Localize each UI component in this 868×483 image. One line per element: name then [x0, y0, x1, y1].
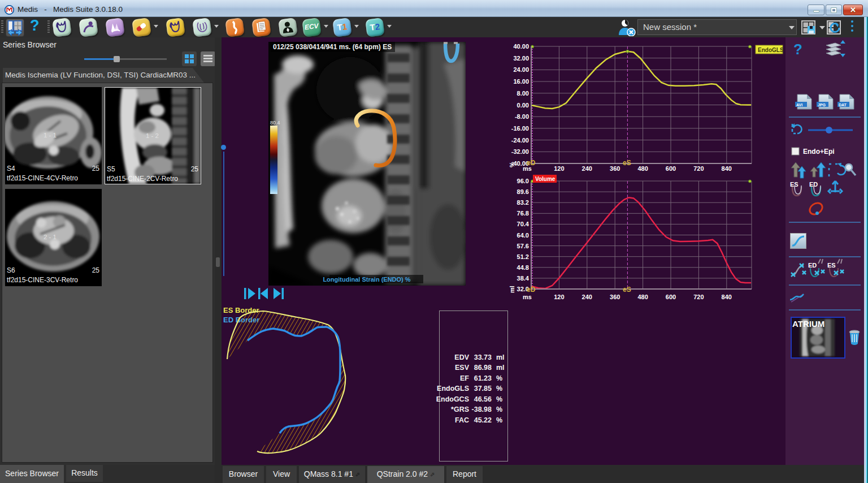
svg-text:eS: eS [623, 286, 631, 294]
svg-text:-32.00: -32.00 [511, 148, 529, 155]
svg-text:eD: eD [527, 159, 536, 167]
svg-text:38.4: 38.4 [517, 275, 530, 282]
svg-text:1 - 2: 1 - 2 [146, 132, 159, 139]
svg-text:AVI: AVI [796, 103, 802, 107]
svg-text:840: 840 [722, 294, 732, 300]
svg-text:80.4: 80.4 [270, 120, 280, 126]
svg-text:40.00: 40.00 [513, 43, 529, 50]
svg-text:ms: ms [523, 294, 532, 300]
svg-text:64.0: 64.0 [517, 232, 529, 239]
svg-text:ATRIUM: ATRIUM [792, 319, 824, 329]
svg-text:%: % [509, 162, 515, 167]
svg-text:51.2: 51.2 [517, 253, 529, 260]
svg-text:360: 360 [610, 165, 620, 172]
svg-text:Longitudinal Strain (ENDO) %: Longitudinal Strain (ENDO) % [323, 276, 410, 283]
svg-text:600: 600 [666, 165, 676, 172]
svg-text:eS: eS [623, 159, 631, 167]
svg-text:ES: ES [827, 262, 836, 269]
svg-text:840: 840 [722, 165, 732, 172]
svg-text:44.8: 44.8 [517, 264, 529, 271]
svg-text:DAT: DAT [839, 103, 847, 107]
svg-text:-8.00: -8.00 [515, 113, 529, 120]
svg-text:24.00: 24.00 [513, 66, 529, 73]
svg-text:240: 240 [582, 165, 592, 172]
svg-text:EndoGLS: EndoGLS [758, 47, 784, 53]
svg-text:720: 720 [693, 165, 704, 172]
svg-text:480: 480 [637, 294, 648, 300]
svg-text:360: 360 [610, 294, 620, 300]
svg-text:70.4: 70.4 [517, 221, 530, 227]
svg-text:8.00: 8.00 [517, 90, 529, 97]
svg-text:?: ? [793, 41, 802, 58]
svg-text:JPG: JPG [818, 103, 826, 107]
svg-text:120: 120 [554, 294, 564, 300]
svg-text:16.00: 16.00 [513, 78, 529, 85]
svg-text:76.8: 76.8 [517, 210, 529, 217]
svg-text:-24.00: -24.00 [511, 137, 529, 144]
svg-text:96.0: 96.0 [517, 178, 529, 184]
svg-text:-16.00: -16.00 [511, 125, 529, 132]
svg-text:ml: ml [509, 286, 515, 293]
svg-text:83.2: 83.2 [517, 199, 529, 206]
svg-text:ED: ED [808, 262, 817, 269]
svg-text:32.00: 32.00 [513, 55, 529, 62]
svg-text:720: 720 [693, 294, 704, 300]
svg-text:480: 480 [637, 165, 648, 172]
svg-text:89.6: 89.6 [517, 188, 529, 195]
svg-text:eD: eD [527, 286, 536, 294]
svg-text:600: 600 [666, 294, 676, 300]
svg-text:2 - 1: 2 - 1 [44, 234, 57, 240]
svg-text:1 - 1: 1 - 1 [44, 132, 57, 139]
svg-text:Endo+Epi: Endo+Epi [803, 148, 835, 156]
svg-text:120: 120 [554, 165, 564, 172]
svg-text:0.00: 0.00 [517, 102, 529, 109]
svg-text:57.6: 57.6 [517, 243, 529, 249]
svg-text:240: 240 [582, 294, 592, 300]
svg-text:012/25 038/0414/941 ms. (64: 012/25 038/0414/941 ms. (64 bpm) ES [273, 43, 392, 51]
svg-text:Volume: Volume [535, 176, 555, 182]
